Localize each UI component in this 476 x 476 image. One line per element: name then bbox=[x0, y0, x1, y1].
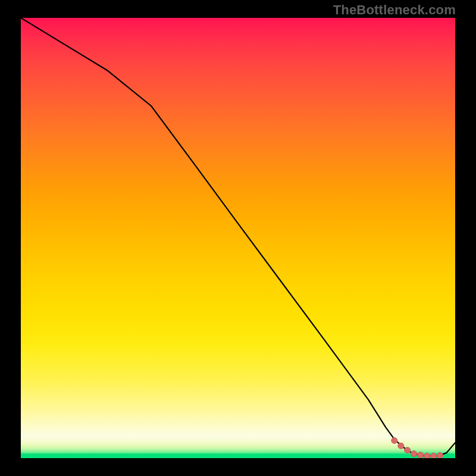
chart-stage: TheBottleneck.com bbox=[0, 0, 476, 476]
watermark-text: TheBottleneck.com bbox=[333, 2, 456, 18]
marker-dot bbox=[437, 453, 443, 458]
plot-area bbox=[21, 18, 455, 458]
marker-dot bbox=[418, 452, 424, 458]
marker-dot bbox=[424, 453, 430, 458]
marker-dot bbox=[398, 443, 404, 449]
marker-dot bbox=[431, 453, 437, 458]
marker-dot bbox=[411, 451, 417, 457]
series-curve bbox=[21, 18, 455, 456]
chart-svg bbox=[21, 18, 455, 458]
marker-dot bbox=[405, 447, 411, 453]
marker-dot bbox=[392, 437, 397, 443]
